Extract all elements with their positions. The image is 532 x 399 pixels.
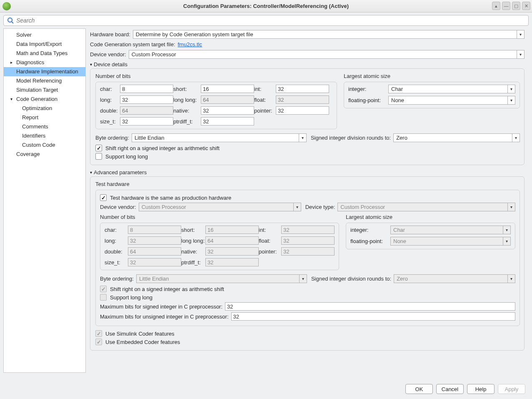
test-shift-right-checkbox (100, 286, 107, 292)
device-details-group: Number of bits char: short: int: long: (90, 68, 525, 165)
device-details-header[interactable]: Device details (90, 61, 525, 68)
sidr-combo[interactable]: Zero▾ (393, 133, 520, 142)
device-vendor-combo[interactable]: Custom Processor ▾ (129, 50, 525, 59)
test-short-input (205, 226, 259, 234)
dropdown-icon: ▾ (507, 96, 515, 104)
dropdown-icon: ▾ (517, 50, 524, 58)
double-label: double: (100, 108, 120, 114)
longlong-input (201, 95, 254, 104)
test-char-input (128, 226, 181, 234)
search-input[interactable] (16, 17, 525, 24)
dropdown-icon: ▾ (293, 203, 301, 211)
char-input[interactable] (120, 85, 173, 93)
test-vendor-label: Device vendor: (100, 204, 136, 210)
tree-report[interactable]: Report (4, 113, 85, 122)
advanced-group: Test hardware Test hardware is the same … (90, 176, 525, 351)
pointer-input[interactable] (276, 106, 329, 115)
long-input[interactable] (120, 95, 173, 104)
advanced-header[interactable]: Advanced parameters (90, 169, 525, 176)
test-numbits-header: Number of bits (100, 214, 339, 220)
tree-sim-target[interactable]: Simulation Target (4, 85, 85, 95)
hw-board-combo[interactable]: Determine by Code Generation system targ… (133, 30, 525, 39)
atomic-fp-combo[interactable]: None▾ (388, 96, 515, 105)
shift-right-label: Shift right on a signed integer as arith… (105, 145, 220, 151)
tree-model-ref[interactable]: Model Referencing (4, 76, 85, 85)
num-bits-header: Number of bits (95, 73, 337, 79)
maximize-button[interactable]: ▢ (512, 2, 520, 10)
use-embcoder-label: Use Embedded Coder features (105, 339, 180, 345)
tree-hardware-impl[interactable]: Hardware Implementation (4, 67, 85, 76)
short-label: short: (173, 86, 201, 92)
longlong-label: long long: (173, 97, 201, 103)
atomic-int-combo[interactable]: Char▾ (388, 85, 515, 93)
minimize-button[interactable]: ― (502, 2, 510, 10)
test-int-input (281, 226, 335, 234)
test-support-ll-checkbox (100, 294, 107, 301)
hw-board-value: Determine by Code Generation system targ… (133, 31, 517, 38)
atomic-fp-label: floating-point: (348, 97, 386, 103)
tree-comments[interactable]: Comments (4, 122, 85, 131)
content-pane[interactable]: Hardware board: Determine by Code Genera… (86, 28, 529, 373)
test-long-input (128, 236, 181, 245)
tree-diagnostics[interactable]: Diagnostics (4, 58, 85, 67)
short-input[interactable] (201, 85, 254, 93)
max-unsigned-label: Maximum bits for unsigned integer in C p… (100, 314, 229, 320)
test-sizet-input (128, 258, 181, 266)
support-ll-label: Support long long (105, 153, 148, 160)
test-atomic-int-combo: Char▾ (390, 226, 511, 234)
dropdown-icon: ▾ (507, 85, 515, 93)
app-icon (2, 2, 11, 10)
dropdown-icon: ▾ (517, 30, 524, 38)
search-box[interactable] (3, 15, 529, 26)
test-same-checkbox[interactable] (100, 194, 107, 201)
cancel-button[interactable]: Cancel (436, 384, 464, 394)
support-ll-checkbox[interactable] (95, 153, 102, 160)
test-type-combo: Custom Processor▾ (337, 203, 515, 211)
native-input[interactable] (201, 106, 254, 115)
max-unsigned-input[interactable] (231, 312, 515, 321)
sidr-label: Signed integer division rounds to: (311, 135, 391, 141)
sizet-input[interactable] (120, 117, 173, 125)
max-signed-input[interactable] (225, 302, 515, 311)
atomic-box: integer: Char▾ floating-point: None▾ (344, 82, 520, 108)
test-hw-box: Test hardware is the same as production … (95, 190, 520, 326)
dropdown-icon: ▾ (507, 203, 515, 211)
ok-button[interactable]: OK (405, 384, 433, 394)
tree-math[interactable]: Math and Data Types (4, 49, 85, 58)
apply-button: Apply (498, 384, 525, 394)
use-simcoder-checkbox (95, 330, 102, 337)
test-sidr-combo: Zero▾ (394, 274, 515, 283)
stf-label: Code Generation system target file: (90, 41, 175, 48)
char-label: char: (100, 86, 120, 92)
tree-solver[interactable]: Solver (4, 30, 85, 40)
tree-code-gen[interactable]: Code Generation (4, 95, 85, 104)
tree-data-import[interactable]: Data Import/Export (4, 40, 85, 49)
int-label: int: (254, 86, 276, 92)
test-type-label: Device type: (305, 204, 335, 210)
shift-right-checkbox[interactable] (95, 145, 102, 151)
max-signed-label: Maximum bits for signed integer in C pre… (100, 304, 222, 310)
dropdown-icon: ▾ (299, 275, 307, 283)
dialog-buttons: OK Cancel Help Apply (3, 381, 529, 396)
dropdown-icon: ▾ (512, 134, 520, 142)
help-button[interactable]: Help (467, 384, 495, 394)
tree-optimization[interactable]: Optimization (4, 104, 85, 113)
double-input (120, 106, 173, 115)
stf-link[interactable]: fmu2cs.tlc (178, 41, 202, 48)
tree-identifiers[interactable]: Identifiers (4, 131, 85, 141)
test-byteorder-combo: Little Endian▾ (136, 274, 307, 283)
byte-order-combo[interactable]: Little Endian▾ (132, 133, 307, 142)
byte-order-label: Byte ordering: (95, 135, 129, 141)
tree-custom-code[interactable]: Custom Code (4, 141, 85, 150)
ptrdifft-input[interactable] (201, 117, 254, 125)
int-input[interactable] (276, 85, 329, 93)
nav-tree[interactable]: Solver Data Import/Export Math and Data … (3, 28, 86, 373)
test-vendor-combo: Custom Processor▾ (139, 203, 301, 211)
close-button[interactable]: ✕ (522, 2, 530, 10)
rollup-button[interactable]: ▴ (492, 2, 500, 10)
test-pointer-input (281, 247, 335, 256)
num-bits-box: char: short: int: long: long long: (95, 82, 337, 129)
test-shift-right-label: Shift right on a signed integer as arith… (110, 286, 224, 292)
test-longlong-input (205, 236, 259, 245)
tree-coverage[interactable]: Coverage (4, 150, 85, 159)
